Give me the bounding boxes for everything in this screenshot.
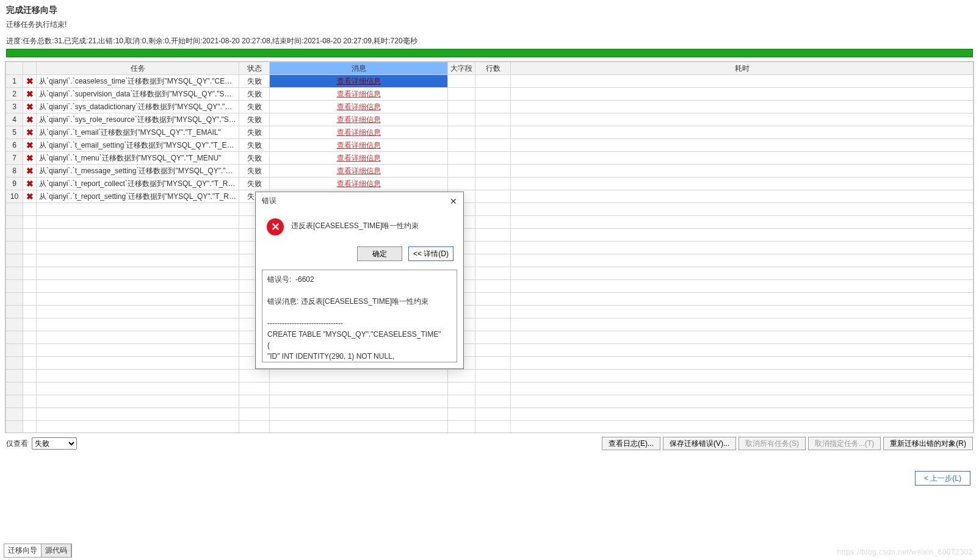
col-message[interactable]: 消息 [270, 62, 448, 75]
error-x-icon [23, 382, 37, 395]
row-index: 8 [6, 165, 23, 178]
tab-wizard[interactable]: 迁移向导 [4, 544, 42, 557]
row-elapsed [511, 318, 974, 331]
row-index [6, 216, 23, 229]
row-elapsed [511, 370, 974, 382]
col-index[interactable] [6, 62, 23, 75]
table-row[interactable] [6, 293, 974, 306]
table-row[interactable]: 7✖从`qianyi`.`t_menu`迁移数据到"MYSQL_QY"."T_M… [6, 152, 974, 165]
table-row[interactable] [6, 408, 974, 421]
detail-link[interactable]: 查看详细信息 [337, 141, 381, 149]
table-row[interactable] [6, 344, 974, 357]
row-bigfield [448, 421, 475, 434]
col-bigfield[interactable]: 大字段 [448, 62, 475, 75]
row-rows [475, 75, 511, 88]
table-row[interactable] [6, 280, 974, 293]
error-x-icon: ✖ [23, 75, 37, 88]
table-row[interactable]: 2✖从`qianyi`.`supervision_data`迁移数据到"MYSQ… [6, 88, 974, 101]
table-row[interactable]: 6✖从`qianyi`.`t_email_setting`迁移数据到"MYSQL… [6, 139, 974, 152]
table-row[interactable] [6, 395, 974, 408]
dialog-close-button[interactable]: ✕ [450, 196, 457, 206]
table-row[interactable]: 9✖从`qianyi`.`t_report_collect`迁移数据到"MYSQ… [6, 178, 974, 190]
col-icon[interactable] [23, 62, 37, 75]
detail-link[interactable]: 查看详细信息 [337, 154, 381, 162]
row-bigfield [448, 75, 475, 88]
col-task[interactable]: 任务 [37, 62, 239, 75]
error-x-icon: ✖ [23, 139, 37, 152]
error-x-icon [23, 344, 37, 357]
row-message [270, 408, 448, 421]
table-row[interactable] [6, 242, 974, 254]
table-row[interactable] [6, 370, 974, 382]
detail-link[interactable]: 查看详细信息 [337, 102, 381, 111]
view-log-button[interactable]: 查看日志(E)... [602, 437, 660, 450]
table-row[interactable] [6, 216, 974, 229]
table-row[interactable] [6, 357, 974, 370]
row-rows [475, 408, 511, 421]
detail-link[interactable]: 查看详细信息 [337, 90, 381, 98]
row-task [37, 318, 239, 331]
row-task [37, 267, 239, 280]
row-elapsed [511, 139, 974, 152]
error-x-icon: ✖ [23, 165, 37, 178]
table-row[interactable]: 3✖从`qianyi`.`sys_datadictionary`迁移数据到"MY… [6, 101, 974, 113]
filter-select[interactable]: 失败 [32, 437, 77, 450]
detail-link[interactable]: 查看详细信息 [337, 77, 381, 85]
detail-link[interactable]: 查看详细信息 [337, 167, 381, 175]
row-index: 1 [6, 75, 23, 88]
row-rows [475, 370, 511, 382]
row-elapsed [511, 344, 974, 357]
dialog-detail-text[interactable]: 错误号: -6602错误消息: 违反表[CEASELESS_TIME]唯一性约束… [262, 270, 457, 362]
row-task [37, 421, 239, 434]
table-row[interactable] [6, 254, 974, 267]
row-index [6, 267, 23, 280]
error-icon: ✕ [267, 218, 284, 235]
table-row[interactable]: 10✖从`qianyi`.`t_report_setting`迁移数据到"MYS… [6, 190, 974, 203]
row-rows [475, 254, 511, 267]
row-rows [475, 395, 511, 408]
row-index [6, 318, 23, 331]
row-index [6, 254, 23, 267]
row-elapsed [511, 382, 974, 395]
row-rows [475, 190, 511, 203]
detail-link[interactable]: 查看详细信息 [337, 128, 381, 137]
table-row[interactable]: 5✖从`qianyi`.`t_email`迁移数据到"MYSQL_QY"."T_… [6, 126, 974, 139]
col-elapsed[interactable]: 耗时 [511, 62, 974, 75]
row-elapsed [511, 126, 974, 139]
table-row[interactable] [6, 331, 974, 344]
row-message: 查看详细信息 [270, 126, 448, 139]
table-row[interactable] [6, 421, 974, 434]
row-bigfield [448, 126, 475, 139]
row-index: 9 [6, 178, 23, 190]
detail-link[interactable]: 查看详细信息 [337, 115, 381, 124]
detail-link[interactable]: 查看详细信息 [337, 179, 381, 188]
filter-label: 仅查看 [6, 439, 28, 449]
dialog-details-button[interactable]: << 详情(D) [408, 246, 453, 261]
table-row[interactable] [6, 203, 974, 216]
prev-step-button[interactable]: < 上一步(L) [915, 471, 970, 486]
error-x-icon [23, 421, 37, 434]
table-row[interactable]: 1✖从`qianyi`.`ceaseless_time`迁移数据到"MYSQL_… [6, 75, 974, 88]
table-row[interactable] [6, 382, 974, 395]
table-row[interactable] [6, 267, 974, 280]
tab-source[interactable]: 源代码 [42, 544, 71, 557]
table-row[interactable] [6, 306, 974, 318]
dialog-ok-button[interactable]: 确定 [357, 246, 402, 261]
row-message [270, 370, 448, 382]
row-status: 失败 [239, 75, 270, 88]
table-row[interactable]: 8✖从`qianyi`.`t_message_setting`迁移数据到"MYS… [6, 165, 974, 178]
table-row[interactable] [6, 229, 974, 242]
table-row[interactable]: 4✖从`qianyi`.`sys_role_resource`迁移数据到"MYS… [6, 113, 974, 126]
row-status: 失败 [239, 152, 270, 165]
table-row[interactable] [6, 318, 974, 331]
col-status[interactable]: 状态 [239, 62, 270, 75]
row-index [6, 357, 23, 370]
retry-errors-button[interactable]: 重新迁移出错的对象(R) [883, 437, 973, 450]
col-rows[interactable]: 行数 [475, 62, 511, 75]
row-elapsed [511, 280, 974, 293]
progress-bar [6, 49, 973, 57]
row-elapsed [511, 190, 974, 203]
row-elapsed [511, 421, 974, 434]
row-rows [475, 306, 511, 318]
save-errors-button[interactable]: 保存迁移错误(V)... [663, 437, 736, 450]
